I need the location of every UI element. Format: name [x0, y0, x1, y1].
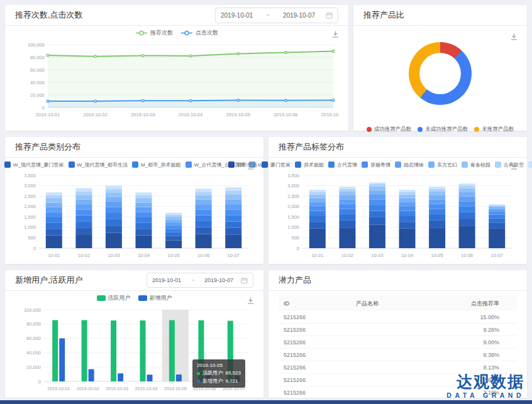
legend-item[interactable]: 未成功推荐产品数: [418, 126, 468, 133]
legend-item[interactable]: W_现代言情_都市生活: [69, 161, 128, 168]
svg-text:1,500: 1,500: [287, 214, 299, 220]
legend-label: 东方玄幻: [437, 161, 457, 168]
legend-item[interactable]: 青春校园: [462, 161, 490, 168]
legend-item[interactable]: 异术超能: [295, 161, 324, 168]
donut-hole: [419, 53, 461, 94]
svg-text:10-04: 10-04: [138, 253, 150, 258]
table-cell: 9.00%: [423, 339, 517, 346]
legend-item[interactable]: W_现代言情_豪门世家: [4, 161, 64, 168]
legend-label: 异术超能: [304, 161, 324, 168]
table-row: 52152669.26%: [279, 324, 517, 336]
tags-panel: 推荐产品标签分布 都市生活豪门世家异术超能古代言情穿越奇情婚恋情缘东方玄幻青春校…: [269, 137, 527, 264]
legend-item[interactable]: 豪门世家: [262, 161, 291, 168]
bar-series-marker: [362, 161, 368, 168]
bar-series-marker: [97, 295, 106, 301]
svg-text:60,000: 60,000: [26, 336, 41, 341]
svg-text:10-03: 10-03: [108, 253, 119, 258]
legend-label: 穿越奇情: [370, 161, 391, 168]
svg-text:2019-10-04: 2019-10-04: [135, 386, 158, 391]
svg-text:2,500: 2,500: [24, 194, 36, 199]
panel-title: 推荐产品比: [363, 9, 404, 21]
svg-text:2019-10-06: 2019-10-06: [274, 112, 297, 117]
table-header-cell: 点击推荐率: [423, 300, 517, 308]
legend-label: 未成功推荐产品数: [425, 126, 468, 133]
donut-panel-header: 推荐产品比: [353, 5, 527, 26]
legend-item[interactable]: 活跃用户: [97, 294, 131, 302]
end-date-input[interactable]: 2019-10-07: [204, 277, 233, 283]
tooltip-date: 2019-10-05: [197, 362, 241, 369]
end-date-input[interactable]: 2019-10-07: [283, 12, 315, 19]
legend-item[interactable]: 古典架空: [495, 161, 524, 168]
svg-text:10-02: 10-02: [341, 253, 353, 258]
date-range-picker[interactable]: 2019-10-01 ~ 2019-10-07: [215, 8, 338, 23]
svg-text:3,000: 3,000: [287, 183, 299, 188]
donut-legend: 成功推荐产品数未成功推荐产品数未推荐产品数: [353, 123, 527, 136]
download-icon[interactable]: [510, 33, 518, 41]
datagrand-logo: 达观数据 DATA GRAND: [446, 373, 524, 399]
users-panel: 新增用户,活跃用户 2019-10-01 ~ 2019-10-07 活跃用户新增…: [5, 270, 263, 398]
legend-item[interactable]: 成功推荐产品数: [367, 126, 412, 133]
svg-text:0: 0: [297, 246, 299, 251]
svg-text:20,000: 20,000: [26, 364, 41, 370]
svg-text:2019-10-03: 2019-10-03: [106, 386, 128, 391]
bar-series-marker: [132, 161, 138, 168]
table-cell: 15.00%: [423, 314, 517, 320]
donut-chart[interactable]: [409, 42, 472, 105]
pie-slice-marker: [474, 127, 479, 132]
start-date-input[interactable]: 2019-10-01: [152, 277, 181, 283]
svg-text:10-05: 10-05: [167, 253, 179, 258]
legend-item[interactable]: 未推荐产品数: [474, 126, 514, 133]
start-date-input[interactable]: 2019-10-01: [221, 12, 253, 19]
tags-chart[interactable]: 05001,0001,5002,0002,5003,0003,50010-011…: [269, 172, 527, 266]
logo-text-cn: 达观数据: [446, 373, 524, 391]
svg-text:0: 0: [42, 105, 45, 111]
trend-legend: 推荐次数点击次数: [5, 26, 348, 40]
legend-item[interactable]: 都市生活: [228, 161, 257, 168]
legend-label: 推荐次数: [150, 29, 173, 37]
svg-text:60,000: 60,000: [30, 67, 45, 73]
table-row: 52152669.00%: [279, 336, 517, 349]
pie-slice-marker: [418, 127, 423, 132]
svg-text:500: 500: [28, 235, 36, 241]
table-cell: 5215266: [279, 377, 351, 383]
table-cell: 5215266: [279, 327, 351, 333]
svg-text:2019-10-01: 2019-10-01: [47, 386, 70, 391]
bar-series-marker: [495, 161, 501, 168]
download-icon[interactable]: [247, 297, 255, 305]
panel-title: 推荐产品类别分布: [15, 141, 80, 153]
table-cell: 5215266: [279, 339, 351, 346]
legend-item[interactable]: 新增用户: [138, 294, 172, 302]
calendar-icon[interactable]: [326, 12, 333, 19]
svg-text:500: 500: [291, 235, 299, 241]
legend-item[interactable]: 婚恋情缘: [395, 161, 424, 168]
download-icon[interactable]: [331, 30, 340, 38]
legend-label: 未推荐产品数: [482, 126, 514, 133]
date-range-picker[interactable]: 2019-10-01 ~ 2019-10-07: [147, 273, 253, 288]
legend-label: 古代言情: [337, 161, 357, 168]
category-panel-header: 推荐产品类别分布: [5, 137, 263, 158]
svg-text:80,000: 80,000: [26, 321, 41, 327]
legend-label: W_现代言情_都市生活: [77, 161, 128, 168]
bar-series-marker: [138, 295, 147, 301]
download-icon[interactable]: [510, 162, 518, 170]
svg-text:100,000: 100,000: [28, 42, 45, 48]
category-chart[interactable]: 05001,0001,5002,0002,5003,0003,50010-011…: [5, 172, 263, 266]
svg-text:10-02: 10-02: [78, 253, 90, 258]
tags-legend: 都市生活豪门世家异术超能古代言情穿越奇情婚恋情缘东方玄幻青春校园古典架空恩怨情仇: [269, 158, 527, 172]
legend-item[interactable]: 穿越奇情: [362, 161, 391, 168]
svg-text:2019-10-05: 2019-10-05: [226, 112, 250, 117]
legend-item[interactable]: 古代言情: [328, 161, 357, 168]
svg-text:10-07: 10-07: [491, 253, 503, 258]
svg-text:10-01: 10-01: [311, 253, 323, 258]
legend-item[interactable]: 点击次数: [180, 29, 218, 37]
legend-item[interactable]: 东方玄幻: [428, 161, 457, 168]
category-panel: 推荐产品类别分布 M_都市_都市生活W_现代言情_豪门世家W_现代言情_都市生活…: [5, 137, 263, 264]
bar-series-marker: [228, 161, 235, 168]
legend-item[interactable]: 恩怨情仇: [528, 161, 532, 168]
calendar-icon[interactable]: [241, 277, 248, 284]
legend-item[interactable]: 推荐次数: [135, 29, 173, 37]
trend-chart[interactable]: 020,00040,00060,00080,000100,0002019-10-…: [5, 40, 348, 128]
table-cell: 5215266: [279, 314, 351, 320]
legend-item[interactable]: M_都市_异术超能: [132, 161, 181, 168]
bar-series-marker: [4, 161, 11, 168]
